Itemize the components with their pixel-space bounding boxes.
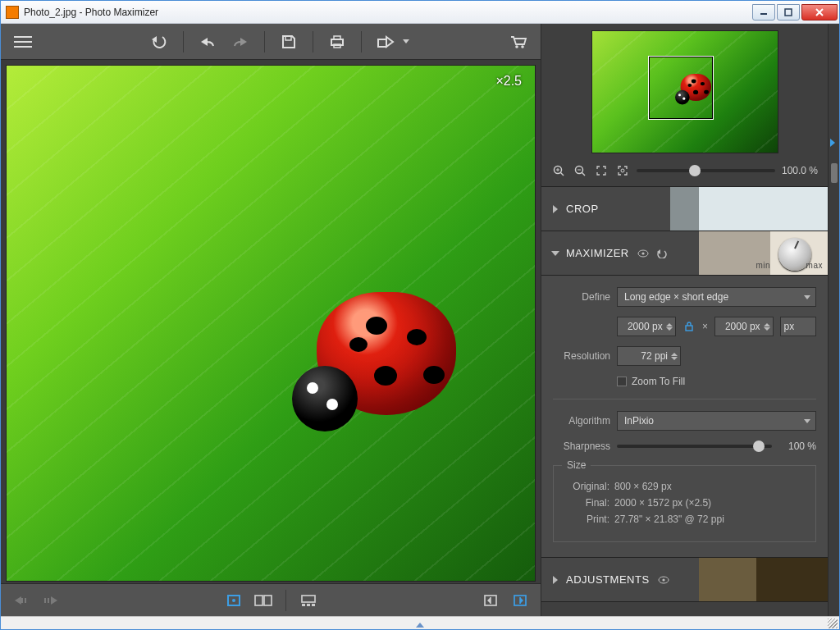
svg-point-17 [521, 45, 524, 48]
actual-size-icon[interactable] [615, 163, 630, 178]
panel-crop-title: CROP [566, 203, 599, 215]
navigator-thumbnail[interactable] [591, 30, 778, 153]
resolution-input[interactable]: 72 ppi [617, 346, 681, 366]
svg-marker-23 [51, 596, 57, 605]
window-title: Photo_2.jpg - Photo Maximizer [24, 7, 751, 18]
reset-icon[interactable] [655, 249, 667, 258]
revert-button[interactable] [145, 30, 173, 54]
zoom-out-icon[interactable] [573, 163, 587, 178]
rail-expand-icon[interactable] [830, 139, 838, 147]
save-button[interactable] [275, 30, 303, 54]
lock-aspect-icon[interactable] [682, 319, 696, 334]
svg-marker-9 [240, 38, 247, 46]
svg-rect-12 [334, 36, 340, 39]
resolution-label: Resolution [553, 350, 610, 362]
sharpness-value: 100 % [778, 441, 816, 452]
eye-icon[interactable] [658, 576, 669, 584]
fit-screen-icon[interactable] [594, 163, 609, 178]
svg-point-16 [515, 45, 518, 48]
define-select[interactable]: Long edge × short edge [617, 287, 816, 307]
zoom-to-fill-checkbox[interactable]: Zoom To Fill [617, 376, 685, 387]
svg-marker-18 [15, 596, 21, 605]
svg-point-25 [232, 599, 235, 602]
top-toolbar [1, 24, 541, 60]
svg-rect-27 [264, 596, 272, 605]
chevron-down-icon [804, 419, 810, 423]
panel-maximizer-title: MAXIMIZER [566, 247, 629, 259]
svg-rect-22 [48, 598, 49, 603]
status-bar [1, 616, 839, 629]
algorithm-select[interactable]: InPixio [617, 411, 816, 431]
minimize-button[interactable] [752, 4, 775, 21]
height-input[interactable]: 2000 px [714, 317, 774, 336]
unit-select[interactable]: px [780, 317, 816, 336]
max-label: max [806, 261, 823, 270]
panel-adjustments-header[interactable]: ADJUSTMENTS [541, 558, 828, 602]
chevron-right-icon [553, 205, 558, 213]
view-filmstrip-button[interactable] [296, 590, 321, 611]
svg-rect-31 [312, 604, 315, 606]
next-image-button[interactable] [39, 590, 63, 611]
app-icon [6, 6, 19, 19]
rail-grip-icon[interactable] [831, 163, 838, 183]
svg-marker-15 [386, 37, 393, 47]
svg-point-45 [621, 169, 624, 172]
undo-button[interactable] [194, 30, 221, 54]
view-compare-button[interactable] [251, 590, 276, 611]
sharpness-label: Sharpness [553, 441, 610, 452]
subject-ladybug [292, 292, 472, 440]
size-legend: Size [562, 459, 591, 471]
panel-crop-header[interactable]: CROP [541, 187, 828, 231]
view-single-button[interactable] [221, 590, 246, 611]
svg-rect-10 [285, 36, 291, 40]
title-bar: Photo_2.jpg - Photo Maximizer [1, 1, 839, 24]
svg-rect-20 [25, 598, 26, 603]
zoom-in-icon[interactable] [551, 163, 566, 178]
define-value: Long edge × short edge [624, 291, 728, 303]
chevron-down-icon [403, 39, 409, 43]
panel-maximizer-body: Define Long edge × short edge 2000 px × … [541, 276, 828, 558]
chevron-down-icon [551, 251, 559, 256]
print-button[interactable] [323, 30, 351, 54]
size-final: 2000 × 1572 px (×2.5) [614, 497, 711, 509]
svg-rect-26 [255, 596, 262, 605]
svg-rect-1 [785, 9, 792, 16]
chevron-right-icon [553, 576, 558, 584]
sharpness-slider[interactable] [617, 445, 772, 448]
svg-rect-28 [302, 596, 315, 602]
eye-icon[interactable] [637, 249, 649, 258]
min-label: min [756, 261, 770, 270]
menu-button[interactable] [9, 30, 37, 54]
width-input[interactable]: 2000 px [617, 317, 676, 336]
define-label: Define [553, 291, 610, 303]
svg-line-39 [560, 172, 564, 176]
close-button[interactable] [801, 4, 838, 21]
expand-panel-button[interactable] [508, 590, 532, 611]
algorithm-label: Algorithm [553, 415, 610, 427]
svg-point-51 [662, 578, 664, 581]
canvas[interactable]: ×2.5 [1, 60, 541, 583]
svg-rect-29 [302, 604, 305, 606]
navigator-viewport-box[interactable] [648, 56, 714, 120]
svg-point-47 [641, 252, 644, 254]
prev-image-button[interactable] [9, 590, 34, 611]
maximize-button[interactable] [777, 4, 800, 21]
svg-marker-8 [201, 38, 208, 46]
redo-button[interactable] [226, 30, 254, 54]
panel-maximizer-header[interactable]: MAXIMIZER min max [541, 231, 828, 276]
slider-knob[interactable] [689, 165, 701, 176]
size-fieldset: Size Original:800 × 629 px Final:2000 × … [553, 465, 816, 542]
size-original: 800 × 629 px [614, 481, 672, 492]
zoom-factor-label: ×2.5 [495, 74, 522, 89]
svg-rect-21 [44, 598, 46, 603]
svg-line-43 [582, 172, 585, 176]
right-rail [828, 24, 839, 616]
dim-separator: × [702, 321, 708, 332]
share-button[interactable] [372, 30, 399, 54]
resize-handle-icon[interactable] [416, 623, 424, 628]
zoom-slider[interactable] [637, 169, 775, 172]
window-resize-grip[interactable] [828, 619, 838, 628]
collapse-panel-button[interactable] [478, 590, 503, 611]
slider-knob[interactable] [753, 441, 765, 452]
cart-button[interactable] [504, 30, 532, 54]
